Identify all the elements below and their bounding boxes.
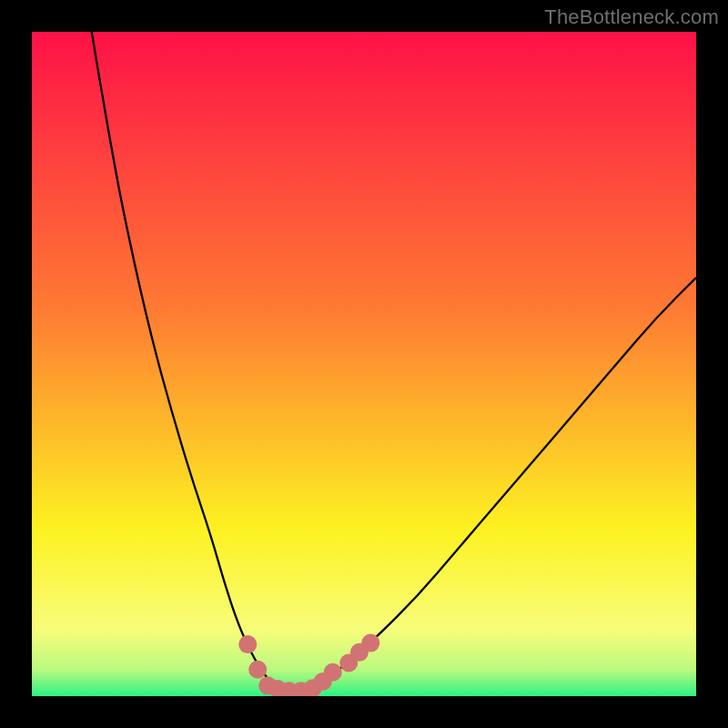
highlight-dot bbox=[248, 661, 267, 679]
gradient-background bbox=[32, 32, 696, 696]
watermark-text: TheBottleneck.com bbox=[544, 5, 719, 29]
chart-frame: TheBottleneck.com bbox=[0, 0, 728, 728]
highlight-dot bbox=[324, 663, 342, 682]
highlight-dot bbox=[361, 634, 379, 652]
plot-area bbox=[32, 32, 696, 696]
bottleneck-chart bbox=[32, 32, 696, 696]
highlight-dot bbox=[238, 635, 257, 653]
